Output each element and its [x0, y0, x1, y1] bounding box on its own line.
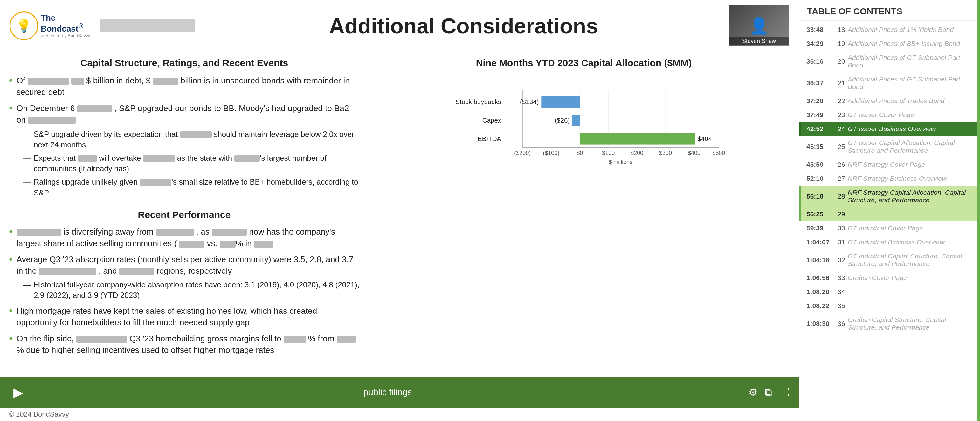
sidebar: TABLE OF CONTENTS 33:48 18 Additional Pr…: [799, 0, 977, 421]
logo: 💡 TheBondcast® presented by BondSavvy: [10, 11, 90, 40]
left-panel: Capital Structure, Ratings, and Recent E…: [0, 52, 369, 377]
toc-item-3[interactable]: 36:37 21 Additional Prices of GT Subpane…: [799, 72, 977, 94]
toc-item-7[interactable]: 45:35 25 GT Issuer Capital Allocation, C…: [799, 136, 977, 158]
svg-text:Stock buybacks: Stock buybacks: [455, 98, 501, 105]
toc-list[interactable]: 33:48 18 Additional Prices of 1% Yields …: [799, 21, 977, 421]
toc-text-6: GT Issuer Business Overview: [848, 125, 971, 133]
toc-time-3: 36:37: [807, 79, 835, 87]
toc-time-2: 36:16: [807, 57, 835, 65]
bar-ebitda: [580, 133, 695, 145]
svg-text:$200: $200: [630, 150, 643, 156]
toc-item-13[interactable]: 1:04:07 31 GT Industrial Business Overvi…: [799, 235, 977, 249]
toc-text-7: GT Issuer Capital Allocation, Capital St…: [848, 139, 971, 154]
toc-num-4: 22: [835, 97, 848, 105]
toc-text-9: NRF Strategy Business Overview: [848, 175, 971, 182]
toc-time-10: 56:10: [807, 193, 835, 200]
video-thumbnail: 👤 Steven Shaw: [729, 5, 789, 46]
sub-bullet-2: — Expects that will overtake as the stat…: [23, 153, 360, 174]
rp-bullet-3: • High mortgage rates have kept the sale…: [9, 305, 360, 329]
toc-item-14[interactable]: 1:04:18 32 GT Industrial Capital Structu…: [799, 249, 977, 271]
bullet-item-2: • On December 6 , S&P upgraded our bonds…: [9, 102, 360, 201]
redacted-2: [71, 78, 84, 85]
toc-item-4[interactable]: 37:20 22 Additional Prices of Trades Bon…: [799, 94, 977, 108]
toc-item-17[interactable]: 1:08:22 35: [799, 299, 977, 313]
redacted-5: [28, 117, 76, 124]
toc-item-10-highlight[interactable]: 56:10 28 NRF Strategy Capital Allocation…: [799, 185, 977, 207]
toc-item-12[interactable]: 59:39 30 GT Industrial Cover Page: [799, 221, 977, 235]
toc-time-12: 59:39: [807, 224, 835, 232]
toc-item-1[interactable]: 34:29 19 Additional Prices of BB+ Issuin…: [799, 37, 977, 51]
fullscreen-icon[interactable]: ⛶: [779, 387, 789, 399]
toc-item-11-highlight[interactable]: 56:25 29: [799, 207, 977, 221]
toc-time-17: 1:08:22: [807, 302, 835, 309]
player-bar: ▶ public filings ⚙ ⧉ ⛶: [0, 377, 799, 408]
settings-icon[interactable]: ⚙: [749, 386, 758, 399]
toc-item-16[interactable]: 1:08:20 34: [799, 285, 977, 299]
toc-num-11: 29: [835, 210, 848, 218]
section-title: Capital Structure, Ratings, and Recent E…: [9, 57, 360, 69]
toc-num-14: 32: [835, 256, 848, 264]
redacted-header-bar: [100, 19, 195, 32]
recent-performance-list: • is diversifying away from , as now has…: [9, 226, 360, 360]
toc-text-1: Additional Prices of BB+ Issuing Bond: [848, 40, 971, 48]
toc-num-9: 27: [835, 175, 848, 182]
toc-item-15[interactable]: 1:06:56 33 Grafton Cover Page: [799, 271, 977, 285]
toc-text-15: Grafton Cover Page: [848, 274, 971, 282]
svg-text:($200): ($200): [514, 150, 531, 156]
toc-item-5[interactable]: 37:49 23 GT Issuer Cover Page: [799, 108, 977, 122]
toc-num-0: 18: [835, 26, 848, 33]
sub-bullet-3: — Ratings upgrade unlikely given 's smal…: [23, 177, 360, 198]
rp-sub-bullet-list: — Historical full-year company-wide abso…: [23, 279, 360, 301]
toc-time-18: 1:08:30: [807, 320, 835, 327]
sub-bullet-list-1: — S&P upgrade driven by its expectation …: [23, 129, 360, 198]
toc-text-12: GT Industrial Cover Page: [848, 224, 971, 232]
toc-text-5: GT Issuer Cover Page: [848, 111, 971, 119]
copyright: © 2024 BondSavvy: [0, 408, 799, 421]
toc-item-9[interactable]: 52:10 27 NRF Strategy Business Overview: [799, 172, 977, 185]
toc-item-0[interactable]: 33:48 18 Additional Prices of 1% Yields …: [799, 22, 977, 37]
player-source-label: public filings: [33, 387, 742, 397]
toc-time-15: 1:06:56: [807, 274, 835, 282]
player-controls: ⚙ ⧉ ⛶: [749, 386, 789, 399]
toc-text-18: Grafton Capital Structure, Capital Struc…: [848, 316, 971, 331]
toc-item-18[interactable]: 1:08:30 36 Grafton Capital Structure, Ca…: [799, 313, 977, 335]
rp-bullet-1: • is diversifying away from , as now has…: [9, 226, 360, 249]
toc-num-2: 20: [835, 57, 848, 65]
toc-time-1: 34:29: [807, 40, 835, 48]
redacted-3: [153, 78, 178, 85]
toc-item-8[interactable]: 45:59 26 NRF Strategy Cover Page: [799, 158, 977, 172]
bar-capex: [572, 115, 580, 126]
toc-item-2[interactable]: 36:16 20 Additional Prices of GT Subpane…: [799, 51, 977, 72]
toc-item-6-active[interactable]: 42:52 24 GT Issuer Business Overview: [799, 122, 977, 136]
recent-performance-title: Recent Performance: [9, 209, 360, 220]
toc-time-9: 52:10: [807, 175, 835, 182]
rp-sub-bullet-1: — Historical full-year company-wide abso…: [23, 279, 360, 301]
svg-text:$300: $300: [659, 150, 672, 156]
toc-num-16: 34: [835, 288, 848, 296]
svg-text:$ millions: $ millions: [609, 159, 632, 165]
toc-text-10: NRF Strategy Capital Allocation, Capital…: [848, 189, 971, 204]
toc-num-13: 31: [835, 238, 848, 246]
caption-icon[interactable]: ⧉: [765, 387, 772, 399]
bar-stock-buybacks: [541, 96, 580, 108]
toc-time-14: 1:04:18: [807, 256, 835, 264]
toc-time-13: 1:04:07: [807, 238, 835, 246]
svg-text:$400: $400: [688, 150, 700, 156]
rp-bullet-4: • On the flip side, Q3 '23 homebuilding …: [9, 333, 360, 356]
toc-num-3: 21: [835, 79, 848, 87]
chart-title: Nine Months YTD 2023 Capital Allocation …: [378, 57, 790, 69]
logo-text: TheBondcast®: [41, 13, 90, 33]
presenter-name: Steven Shaw: [729, 37, 789, 45]
toc-time-7: 45:35: [807, 143, 835, 150]
right-panel: Nine Months YTD 2023 Capital Allocation …: [369, 52, 799, 377]
toc-num-12: 30: [835, 224, 848, 232]
toc-text-4: Additional Prices of Trades Bond: [848, 97, 971, 105]
redacted-4: [77, 105, 112, 112]
toc-text-3: Additional Prices of GT Subpanel Part Bo…: [848, 75, 971, 91]
toc-time-16: 1:08:20: [807, 288, 835, 296]
play-button[interactable]: ▶: [10, 384, 27, 401]
toc-text-14: GT Industrial Capital Structure, Capital…: [848, 252, 971, 268]
toc-text-13: GT Industrial Business Overview: [848, 238, 971, 246]
rp-bullet-3-text: High mortgage rates have kept the sales …: [16, 305, 360, 329]
svg-text:($134): ($134): [520, 98, 539, 105]
